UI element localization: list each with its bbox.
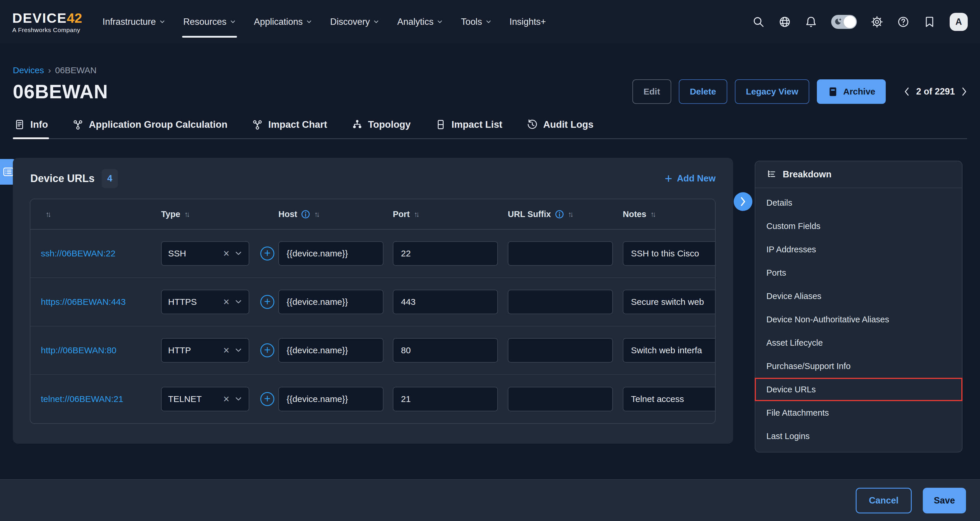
cancel-button[interactable]: Cancel <box>856 488 912 513</box>
breadcrumb: Devices › 06BEWAN <box>13 65 967 75</box>
sidebar-item-details[interactable]: Details <box>755 191 962 214</box>
settings-gear-icon[interactable] <box>871 16 883 28</box>
clear-icon[interactable]: × <box>223 345 229 356</box>
tab-impact-list[interactable]: Impact List <box>434 119 503 138</box>
port-input[interactable] <box>393 241 498 266</box>
tab-info[interactable]: Info <box>13 119 49 138</box>
menu-item-insights[interactable]: Insights+ <box>509 13 546 31</box>
sort-icon[interactable]: ↑↓ <box>46 210 49 219</box>
globe-icon[interactable] <box>779 16 791 28</box>
search-icon[interactable] <box>752 16 765 28</box>
chevron-down-icon[interactable] <box>235 251 242 256</box>
type-select-value: TELNET <box>168 394 202 404</box>
add-type-button[interactable]: + <box>260 246 274 260</box>
tab-application-group-calculation[interactable]: Application Group Calculation <box>71 119 229 138</box>
host-input[interactable] <box>278 338 383 362</box>
chevron-down-icon[interactable] <box>235 299 242 305</box>
legacy-view-button[interactable]: Legacy View <box>735 79 810 104</box>
sort-icon[interactable]: ↑↓ <box>314 210 318 219</box>
url-suffix-input[interactable] <box>508 387 613 411</box>
sidebar-item-custom-fields[interactable]: Custom Fields <box>755 214 962 238</box>
sidebar-item-purchase-support-info[interactable]: Purchase/Support Info <box>755 354 962 378</box>
host-input[interactable] <box>278 290 383 314</box>
sort-icon[interactable]: ↑↓ <box>414 210 418 219</box>
tab-topology[interactable]: Topology <box>350 119 412 138</box>
clear-icon[interactable]: × <box>223 394 229 404</box>
device-url-link[interactable]: https://06BEWAN:443 <box>41 297 126 307</box>
edit-button[interactable]: Edit <box>632 79 671 104</box>
port-input[interactable] <box>393 387 498 411</box>
device-url-link[interactable]: http://06BEWAN:80 <box>41 345 116 355</box>
history-icon <box>527 119 538 130</box>
sidebar-item-last-logins[interactable]: Last Logins <box>755 424 962 448</box>
add-type-button[interactable]: + <box>260 343 274 357</box>
host-input[interactable] <box>278 387 383 411</box>
chevron-left-icon[interactable] <box>904 87 910 96</box>
sidebar-item-asset-lifecycle[interactable]: Asset Lifecycle <box>755 331 962 354</box>
menu-label: Insights+ <box>509 17 546 27</box>
chevron-down-icon[interactable] <box>235 396 242 402</box>
device42-logo[interactable]: DEVICE 42 A Freshworks Company <box>12 11 82 33</box>
tab-audit-logs[interactable]: Audit Logs <box>526 119 595 138</box>
type-select[interactable]: HTTP × <box>161 338 249 362</box>
column-label: Host <box>278 210 297 219</box>
add-new-button[interactable]: + Add New <box>665 172 716 185</box>
notes-input[interactable] <box>623 290 716 314</box>
menu-item-discovery[interactable]: Discovery <box>330 13 379 31</box>
sidebar-item-ports[interactable]: Ports <box>755 261 962 284</box>
sidebar-item-ip-addresses[interactable]: IP Addresses <box>755 238 962 261</box>
user-avatar[interactable]: A <box>950 13 968 31</box>
notifications-bell-icon[interactable] <box>805 16 817 28</box>
clear-icon[interactable]: × <box>223 248 229 259</box>
clear-icon[interactable]: × <box>223 297 229 307</box>
chevron-right-icon[interactable] <box>961 87 967 96</box>
save-button[interactable]: Save <box>923 488 966 513</box>
type-select[interactable]: TELNET × <box>161 387 249 411</box>
sort-icon[interactable]: ↑↓ <box>651 210 655 219</box>
port-input[interactable] <box>393 338 498 362</box>
url-suffix-input[interactable] <box>508 290 613 314</box>
info-icon[interactable] <box>555 210 564 219</box>
table-row: telnet://06BEWAN:21 TELNET × + <box>30 375 715 423</box>
archive-button[interactable]: Archive <box>817 79 886 104</box>
menu-item-tools[interactable]: Tools <box>461 13 491 31</box>
sidebar-item-device-aliases[interactable]: Device Aliases <box>755 284 962 308</box>
notes-input[interactable] <box>623 338 716 362</box>
breadcrumb-separator: › <box>48 65 51 75</box>
menu-item-analytics[interactable]: Analytics <box>397 13 443 31</box>
add-type-button[interactable]: + <box>260 295 274 309</box>
port-input[interactable] <box>393 290 498 314</box>
url-suffix-input[interactable] <box>508 338 613 362</box>
host-input[interactable] <box>278 241 383 266</box>
add-type-button[interactable]: + <box>260 392 274 406</box>
notes-input[interactable] <box>623 387 716 411</box>
type-select[interactable]: HTTPS × <box>161 290 249 314</box>
hub-icon <box>252 119 263 130</box>
theme-toggle[interactable] <box>831 15 857 29</box>
url-suffix-input[interactable] <box>508 241 613 266</box>
help-icon[interactable] <box>897 16 909 28</box>
sidebar-item-device-non-authoritative-aliases[interactable]: Device Non-Authoritative Aliases <box>755 308 962 331</box>
chevron-right-icon <box>740 197 746 206</box>
menu-item-infrastructure[interactable]: Infrastructure <box>102 13 165 31</box>
breadcrumb-devices-link[interactable]: Devices <box>13 65 44 75</box>
count-badge: 4 <box>102 169 118 188</box>
type-select-value: SSH <box>168 249 186 259</box>
sort-icon[interactable]: ↑↓ <box>568 210 572 219</box>
sidebar-collapse-button[interactable] <box>734 192 752 211</box>
sort-icon[interactable]: ↑↓ <box>185 210 189 219</box>
info-icon[interactable] <box>301 210 310 219</box>
notes-input[interactable] <box>623 241 716 266</box>
type-select[interactable]: SSH × <box>161 241 249 266</box>
device-url-link[interactable]: ssh://06BEWAN:22 <box>41 249 116 259</box>
tab-impact-chart[interactable]: Impact Chart <box>251 119 328 138</box>
delete-button[interactable]: Delete <box>679 79 727 104</box>
bookmark-icon[interactable] <box>923 16 935 28</box>
menu-item-applications[interactable]: Applications <box>254 13 312 31</box>
column-header-port: Port↑↓ <box>393 210 418 219</box>
sidebar-item-device-urls[interactable]: Device URLs <box>755 378 963 401</box>
sidebar-item-file-attachments[interactable]: File Attachments <box>755 401 962 424</box>
menu-item-resources[interactable]: Resources <box>183 13 236 31</box>
chevron-down-icon[interactable] <box>235 348 242 353</box>
device-url-link[interactable]: telnet://06BEWAN:21 <box>41 394 123 404</box>
